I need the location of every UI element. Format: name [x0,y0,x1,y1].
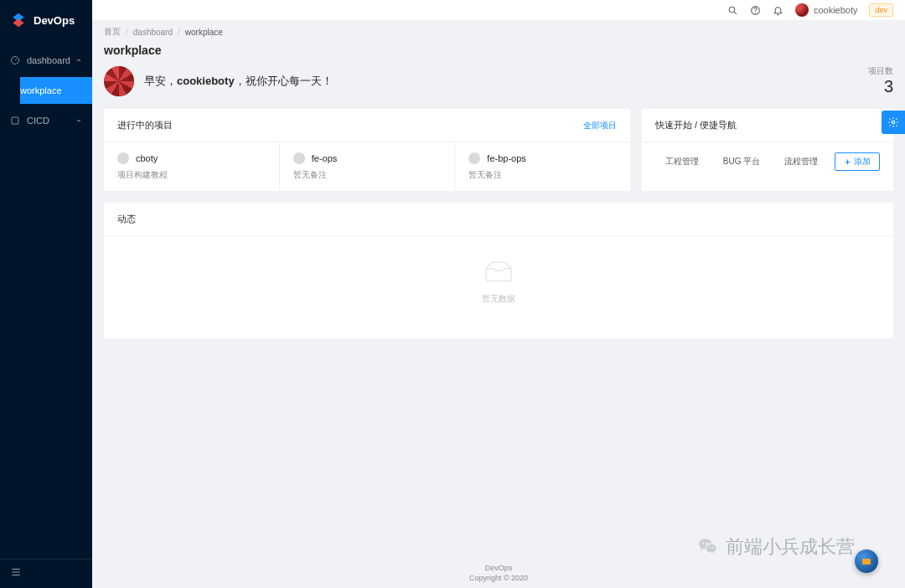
plus-icon [844,158,851,166]
quick-link[interactable]: 流程管理 [775,156,828,168]
sidebar-item-cicd[interactable]: CICD [0,104,92,137]
svg-point-5 [892,121,895,124]
gear-icon [887,116,899,128]
search-icon[interactable] [727,5,738,16]
svg-point-2 [729,7,735,13]
footer-brand: DevOps [485,564,513,572]
page-title: workplace [104,44,893,57]
sidebar-label-cicd: CICD [27,116,49,126]
chevron-up-icon [75,57,82,64]
breadcrumb-parent[interactable]: dashboard [133,28,173,37]
footer: DevOps Copyright © 2020 [92,558,905,588]
empty-text: 暂无数据 [104,293,893,305]
project-item[interactable]: fe-ops 暂无备注 [280,142,456,191]
project-desc: 项目构建教程 [117,169,266,181]
stat-label: 项目数 [868,65,893,77]
sidebar-item-workplace[interactable]: workplace [20,77,92,104]
project-desc: 暂无备注 [293,169,442,181]
env-badge[interactable]: dev [869,3,893,17]
sidebar-label-workplace: workplace [20,85,62,95]
quicknav-title: 快速开始 / 便捷导航 [655,119,737,132]
quick-link[interactable]: 工程管理 [655,156,708,168]
activity-card: 动态 暂无数据 [104,203,893,338]
projects-title: 进行中的项目 [117,119,173,132]
project-avatar [468,152,480,164]
project-avatar [293,152,305,164]
dashboard-icon [10,55,20,65]
user-avatar [795,3,809,17]
projects-card: 进行中的项目 全部项目 cboty 项目构建教程 fe-ops 暂无备注 fe-… [104,109,630,191]
collapse-icon[interactable] [10,566,22,578]
footer-copyright: Copyright © 2020 [469,574,528,582]
greeting-avatar [104,66,134,96]
floating-action-button[interactable] [855,549,878,573]
cicd-icon [10,116,20,126]
logo[interactable]: DevOps [0,0,92,40]
logo-icon [10,12,27,28]
quick-link[interactable]: BUG 平台 [715,156,768,168]
username: cookieboty [814,5,858,15]
header: cookieboty dev [92,0,905,20]
project-desc: 暂无备注 [468,169,617,181]
all-projects-link[interactable]: 全部项目 [583,120,617,132]
quicknav-card: 快速开始 / 便捷导航 工程管理 BUG 平台 流程管理 添加 [642,109,893,191]
empty-state: 暂无数据 [104,236,893,338]
project-item[interactable]: cboty 项目构建教程 [104,142,280,191]
stat-value: 3 [868,77,893,96]
sidebar: DevOps dashboard workplace CICD [0,0,92,588]
activity-title: 动态 [117,213,136,225]
bell-icon[interactable] [773,5,783,16]
project-count-stat: 项目数 3 [868,65,893,96]
svg-rect-1 [12,117,18,124]
page-header: workplace 早安，cookieboty，祝你开心每一天！ 项目数 3 [92,44,905,108]
project-name: fe-ops [312,153,338,163]
breadcrumb-home[interactable]: 首页 [104,26,121,38]
help-icon[interactable] [750,5,761,16]
svg-point-4 [755,12,756,13]
chevron-down-icon [75,117,82,124]
breadcrumb: 首页 / dashboard / workplace [92,20,905,44]
breadcrumb-sep: / [126,28,128,37]
project-item[interactable]: fe-bp-ops 暂无备注 [455,142,630,191]
settings-drawer-button[interactable] [882,111,905,134]
empty-icon [482,258,515,283]
content: 进行中的项目 全部项目 cboty 项目构建教程 fe-ops 暂无备注 fe-… [92,109,905,558]
sidebar-footer [0,559,92,588]
breadcrumb-current: workplace [185,28,223,37]
sidebar-label-dashboard: dashboard [27,55,70,65]
greeting-text: 早安，cookieboty，祝你开心每一天！ [144,74,333,89]
sidebar-item-dashboard[interactable]: dashboard [0,44,92,77]
breadcrumb-sep: / [178,28,180,37]
sidebar-menu: dashboard workplace CICD [0,40,92,559]
user-menu[interactable]: cookieboty [795,3,858,17]
project-name: cboty [136,153,158,163]
add-button[interactable]: 添加 [835,152,880,171]
app-name: DevOps [34,14,75,27]
project-name: fe-bp-ops [487,153,525,163]
project-avatar [117,152,129,164]
